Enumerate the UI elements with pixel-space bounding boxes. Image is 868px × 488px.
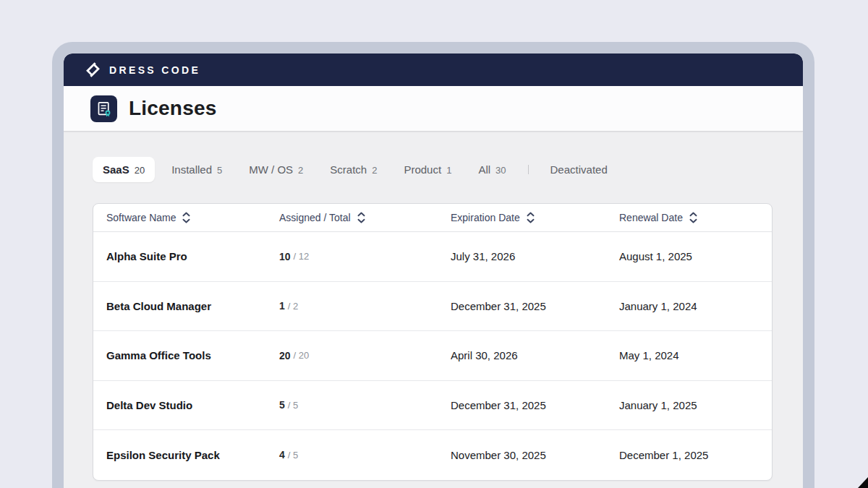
cell-software-name: Epsilon Security Pack: [93, 430, 266, 480]
tab-count-badge: 5: [217, 165, 222, 176]
table-header-row: Software Name Assigned / Total Expiratio…: [93, 204, 772, 232]
cell-renewal-date: May 1, 2024: [606, 331, 772, 380]
mouse-cursor: [858, 477, 868, 488]
cell-software-name: Alpha Suite Pro: [93, 232, 266, 281]
tab-bar: SaaS 20 Installed 5 MW / OS 2 Scratch 2 …: [93, 157, 773, 182]
total-count: / 20: [294, 350, 310, 361]
sort-up-down-icon[interactable]: [689, 212, 697, 223]
cell-expiration-date: July 31, 2026: [438, 232, 606, 281]
assigned-count: 1: [279, 300, 285, 312]
table-row[interactable]: Alpha Suite Pro 10 / 12 July 31, 2026 Au…: [93, 232, 772, 282]
column-header[interactable]: Assigned / Total: [266, 204, 438, 231]
total-count: / 5: [288, 400, 298, 411]
tab-count-badge: 2: [298, 165, 303, 176]
cell-assigned-total: 20 / 20: [266, 331, 438, 380]
sort-up-down-icon[interactable]: [357, 212, 365, 223]
cell-software-name: Beta Cloud Manager: [93, 282, 266, 331]
cell-renewal-date: January 1, 2024: [606, 282, 772, 331]
column-header[interactable]: Software Name: [93, 204, 266, 231]
cell-expiration-date: November 30, 2025: [438, 430, 606, 480]
cell-expiration-date: April 30, 2026: [438, 331, 606, 380]
assigned-count: 5: [279, 399, 285, 411]
tab-saas[interactable]: SaaS 20: [93, 157, 155, 182]
column-header[interactable]: Renewal Date: [606, 204, 772, 231]
sort-up-down-icon[interactable]: [182, 212, 190, 223]
cell-expiration-date: December 31, 2025: [438, 381, 606, 430]
cell-software-name: Delta Dev Studio: [93, 381, 266, 430]
tab-label: Deactivated: [550, 163, 608, 176]
cell-assigned-total: 4 / 5: [266, 430, 438, 480]
assigned-count: 4: [279, 449, 285, 461]
app-window: DRESS CODE Licenses SaaS 20 Installed: [64, 53, 803, 488]
assigned-count: 10: [279, 251, 291, 262]
tab-deactivated[interactable]: Deactivated: [540, 157, 618, 182]
tab-count-badge: 1: [446, 165, 451, 176]
column-header[interactable]: Expiration Date: [438, 204, 606, 231]
app-header: DRESS CODE: [64, 53, 803, 86]
cell-expiration-date: December 31, 2025: [438, 282, 606, 331]
page-title: Licenses: [129, 97, 216, 120]
tab-count-badge: 20: [135, 165, 145, 176]
cell-assigned-total: 10 / 12: [266, 232, 438, 281]
tab-scratch[interactable]: Scratch 2: [320, 157, 387, 182]
cell-renewal-date: December 1, 2025: [606, 430, 772, 480]
tab-label: Installed: [171, 163, 212, 176]
brand-logo-icon: [85, 62, 101, 77]
tab-label: SaaS: [103, 163, 129, 176]
column-header-label: Assigned / Total: [279, 212, 351, 223]
table-body: Alpha Suite Pro 10 / 12 July 31, 2026 Au…: [93, 232, 772, 480]
column-header-label: Expiration Date: [451, 212, 520, 223]
total-count: / 12: [294, 251, 310, 262]
tab-product[interactable]: Product 1: [393, 157, 461, 182]
license-table: Software Name Assigned / Total Expiratio…: [93, 203, 773, 481]
brand-name: DRESS CODE: [109, 64, 200, 76]
tab-count-badge: 30: [495, 165, 506, 176]
tab-mw-os[interactable]: MW / OS 2: [239, 157, 313, 182]
tab-label: All: [478, 163, 490, 176]
table-row[interactable]: Delta Dev Studio 5 / 5 December 31, 2025…: [93, 381, 772, 431]
tab-label: Product: [404, 163, 441, 176]
column-header-label: Renewal Date: [619, 212, 683, 223]
table-row[interactable]: Gamma Office Tools 20 / 20 April 30, 202…: [93, 331, 772, 381]
table-row[interactable]: Beta Cloud Manager 1 / 2 December 31, 20…: [93, 282, 772, 332]
table-row[interactable]: Epsilon Security Pack 4 / 5 November 30,…: [93, 430, 772, 480]
tab-count-badge: 2: [372, 165, 377, 176]
license-icon: [90, 95, 117, 122]
assigned-count: 20: [279, 350, 291, 361]
cell-software-name: Gamma Office Tools: [93, 331, 266, 380]
tab-divider: [528, 165, 529, 174]
sort-up-down-icon[interactable]: [527, 212, 535, 223]
device-frame: DRESS CODE Licenses SaaS 20 Installed: [52, 42, 814, 488]
cell-renewal-date: January 1, 2025: [606, 381, 772, 430]
main-content: SaaS 20 Installed 5 MW / OS 2 Scratch 2 …: [64, 132, 803, 488]
page-title-bar: Licenses: [64, 86, 803, 132]
tab-installed[interactable]: Installed 5: [161, 157, 232, 182]
total-count: / 2: [288, 301, 298, 312]
column-header-label: Software Name: [106, 212, 176, 223]
tab-all[interactable]: All 30: [468, 157, 516, 182]
cell-assigned-total: 5 / 5: [266, 381, 438, 430]
tab-label: MW / OS: [249, 163, 293, 176]
cell-assigned-total: 1 / 2: [266, 282, 438, 331]
total-count: / 5: [288, 450, 298, 461]
tab-label: Scratch: [330, 163, 367, 176]
cell-renewal-date: August 1, 2025: [606, 232, 772, 281]
